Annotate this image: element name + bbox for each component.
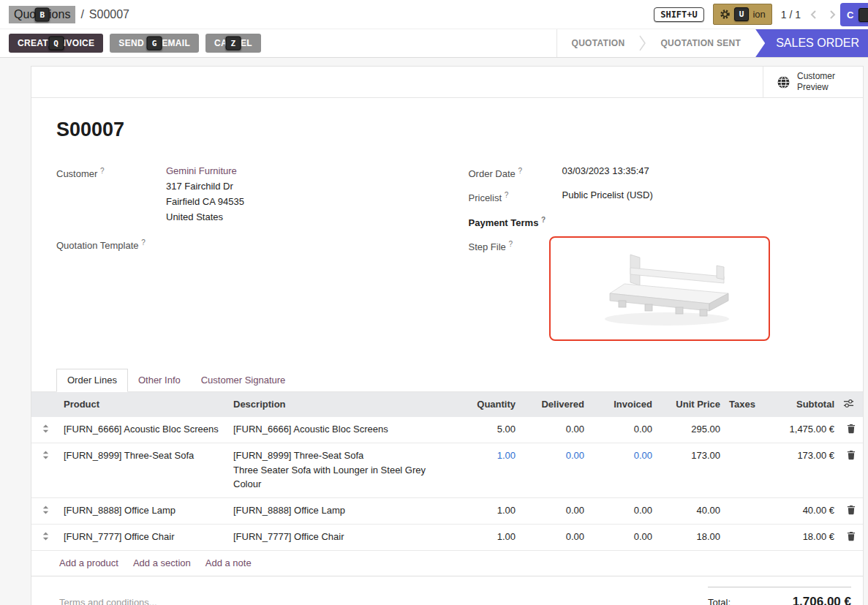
customer-preview-button[interactable]: Customer Preview bbox=[763, 67, 863, 97]
order-date-label: Order Date ? bbox=[469, 163, 562, 181]
optional-columns-header[interactable] bbox=[839, 392, 863, 417]
trash-icon bbox=[847, 450, 856, 460]
add-note-link[interactable]: Add a note bbox=[205, 557, 252, 568]
cell-quantity[interactable]: 5.00 bbox=[458, 417, 520, 443]
stage-quotation-sent[interactable]: QUOTATION SENT bbox=[646, 38, 755, 48]
taxes-column-header[interactable]: Taxes bbox=[725, 392, 758, 417]
pager-count: 1 / 1 bbox=[781, 9, 801, 20]
tab-customer-signature[interactable]: Customer Signature bbox=[191, 369, 296, 391]
cell-quantity[interactable]: 1.00 bbox=[458, 524, 520, 550]
field-quotation-template: Quotation Template ? bbox=[56, 235, 438, 253]
table-row[interactable]: [FURN_7777] Office Chair [FURN_7777] Off… bbox=[31, 524, 863, 550]
drag-handle[interactable] bbox=[31, 443, 59, 497]
cell-product[interactable]: [FURN_7777] Office Chair bbox=[59, 524, 229, 550]
delete-row-button[interactable] bbox=[839, 524, 863, 550]
delete-row-button[interactable] bbox=[839, 497, 863, 524]
cell-invoiced[interactable]: 0.00 bbox=[589, 497, 657, 524]
hint-badge-create-invoice: Q bbox=[48, 37, 64, 50]
cell-delivered[interactable]: 0.00 bbox=[520, 417, 589, 443]
cell-quantity[interactable]: 1.00 bbox=[458, 443, 520, 497]
table-row[interactable]: [FURN_8999] Three-Seat Sofa [FURN_8999] … bbox=[31, 443, 863, 497]
create-invoice-button[interactable]: CREATE INVOICE Q bbox=[9, 34, 103, 53]
send-email-button[interactable]: SEND BY EMAIL G bbox=[110, 34, 199, 53]
tab-other-info[interactable]: Other Info bbox=[128, 369, 191, 391]
cell-delivered[interactable]: 0.00 bbox=[520, 524, 589, 550]
stage-sales-order-active[interactable]: SALES ORDER bbox=[755, 29, 868, 57]
cell-subtotal: 40.00 € bbox=[758, 497, 839, 524]
cell-product[interactable]: [FURN_8999] Three-Seat Sofa bbox=[59, 443, 229, 497]
trash-icon bbox=[847, 424, 856, 434]
cell-taxes[interactable] bbox=[725, 417, 758, 443]
breadcrumb-quotations[interactable]: Quotations B bbox=[9, 6, 75, 23]
cell-invoiced[interactable]: 0.00 bbox=[589, 443, 657, 497]
quantity-column-header[interactable]: Quantity bbox=[458, 392, 520, 417]
pricelist-value[interactable]: Public Pricelist (USD) bbox=[562, 187, 653, 206]
terms-placeholder-input[interactable]: Terms and conditions... bbox=[59, 597, 157, 605]
description-line2: Three Seater Sofa with Lounger in Steel … bbox=[233, 463, 454, 491]
quotation-template-label: Quotation Template ? bbox=[56, 235, 166, 253]
add-section-link[interactable]: Add a section bbox=[133, 557, 191, 568]
field-group-left: Customer ? Gemini Furniture 317 Fairchil… bbox=[56, 163, 438, 347]
pricelist-label: Pricelist ? bbox=[469, 187, 562, 206]
cell-description[interactable]: [FURN_8999] Three-Seat Sofa Three Seater… bbox=[229, 443, 458, 497]
column-settings-icon bbox=[843, 398, 854, 409]
drag-handle[interactable] bbox=[31, 497, 59, 524]
cell-unit-price[interactable]: 173.00 bbox=[657, 443, 725, 497]
cell-description[interactable]: [FURN_8888] Office Lamp bbox=[229, 497, 458, 524]
field-pricelist: Pricelist ? Public Pricelist (USD) bbox=[469, 187, 834, 206]
cell-taxes[interactable] bbox=[725, 497, 758, 524]
cell-unit-price[interactable]: 40.00 bbox=[657, 497, 725, 524]
table-row[interactable]: [FURN_6666] Acoustic Bloc Screens [FURN_… bbox=[31, 417, 863, 443]
notebook-tabs: Order Lines Other Info Customer Signatur… bbox=[31, 369, 863, 392]
order-date-value[interactable]: 03/03/2023 13:35:47 bbox=[562, 163, 649, 181]
total-label: Total: bbox=[708, 597, 731, 605]
form-sheet: Customer Preview S00007 Customer ? Gemi bbox=[31, 66, 864, 605]
product-column-header[interactable]: Product bbox=[59, 392, 229, 417]
trash-icon bbox=[847, 531, 856, 541]
cell-invoiced[interactable]: 0.00 bbox=[589, 524, 657, 550]
help-icon: ? bbox=[141, 238, 146, 247]
cell-quantity[interactable]: 1.00 bbox=[458, 497, 520, 524]
cell-unit-price[interactable]: 295.00 bbox=[657, 417, 725, 443]
tab-order-lines[interactable]: Order Lines bbox=[56, 369, 128, 392]
hint-badge-send-email: G bbox=[147, 37, 162, 50]
corner-button-label: C bbox=[847, 10, 853, 20]
corner-clipped-button[interactable]: C bbox=[840, 3, 868, 26]
hint-badge-action: U bbox=[734, 7, 750, 21]
drag-handle[interactable] bbox=[31, 524, 59, 550]
cell-product[interactable]: [FURN_6666] Acoustic Bloc Screens bbox=[59, 417, 229, 443]
sheet-bottom-row: Terms and conditions... Total: 1,706.00 … bbox=[31, 576, 863, 605]
chevron-left-icon bbox=[810, 10, 817, 20]
customer-address-line3: United States bbox=[166, 209, 244, 225]
description-column-header[interactable]: Description bbox=[229, 392, 458, 417]
step-file-label: Step File ? bbox=[469, 236, 562, 341]
unit-price-column-header[interactable]: Unit Price bbox=[657, 392, 725, 417]
cell-invoiced[interactable]: 0.00 bbox=[589, 417, 657, 443]
cell-product[interactable]: [FURN_8888] Office Lamp bbox=[59, 497, 229, 524]
add-product-link[interactable]: Add a product bbox=[59, 557, 118, 568]
cancel-button[interactable]: CANCEL Z bbox=[205, 34, 261, 53]
cell-delivered[interactable]: 0.00 bbox=[520, 443, 589, 497]
pager-next-button[interactable] bbox=[826, 8, 839, 21]
stage-quotation[interactable]: QUOTATION bbox=[557, 38, 640, 48]
drag-handle[interactable] bbox=[31, 417, 59, 443]
invoiced-column-header[interactable]: Invoiced bbox=[589, 392, 657, 417]
delete-row-button[interactable] bbox=[839, 443, 863, 497]
delete-row-button[interactable] bbox=[839, 417, 863, 443]
cell-taxes[interactable] bbox=[725, 443, 758, 497]
customer-preview-label: Customer Preview bbox=[797, 71, 835, 93]
delivered-column-header[interactable]: Delivered bbox=[520, 392, 589, 417]
customer-link[interactable]: Gemini Furniture bbox=[166, 165, 237, 176]
action-menu-button[interactable]: U ion bbox=[713, 4, 772, 25]
step-file-preview[interactable] bbox=[549, 236, 770, 341]
cell-taxes[interactable] bbox=[725, 524, 758, 550]
topbar-right-cluster: SHIFT+U U ion 1 / 1 bbox=[654, 4, 858, 25]
cell-description[interactable]: [FURN_6666] Acoustic Bloc Screens bbox=[229, 417, 458, 443]
customer-address-line2: Fairfield CA 94535 bbox=[166, 194, 244, 209]
cell-delivered[interactable]: 0.00 bbox=[520, 497, 589, 524]
pager-previous-button[interactable] bbox=[807, 8, 820, 21]
cell-unit-price[interactable]: 18.00 bbox=[657, 524, 725, 550]
cell-description[interactable]: [FURN_7777] Office Chair bbox=[229, 524, 458, 550]
table-row[interactable]: [FURN_8888] Office Lamp [FURN_8888] Offi… bbox=[31, 497, 863, 524]
subtotal-column-header[interactable]: Subtotal bbox=[758, 392, 839, 417]
